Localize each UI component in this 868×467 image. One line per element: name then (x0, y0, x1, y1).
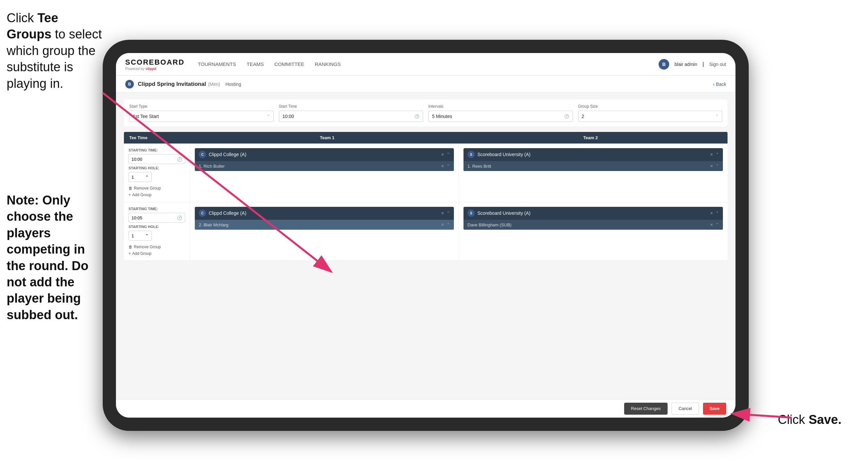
player-name-1-2-1: 2. Blair McHarg (199, 223, 439, 227)
group-size-chevron-icon: ⌃ (715, 114, 719, 119)
save-bold-label: Save. (809, 413, 841, 427)
click-save-label: Click Save. (778, 413, 841, 427)
starting-hole-value-2: 1 (131, 233, 134, 238)
team-card-1-2[interactable]: C Clippd College (A) × ⌃ 2. Blair McHarg… (195, 207, 454, 230)
team-chevron-icon-1-2[interactable]: ⌃ (446, 211, 450, 215)
group-size-label: Group Size (578, 104, 722, 109)
chevron-down-icon: ⌃ (267, 114, 270, 119)
player-chevron-icon-1-1-1[interactable]: ⌃ (446, 164, 450, 168)
start-time-input[interactable]: 10:00 🕐 (279, 111, 424, 122)
start-type-input[interactable]: 1st Tee Start ⌃ (129, 111, 274, 122)
team-card-actions-1-2: × ⌃ (441, 210, 450, 216)
add-group-btn-2[interactable]: + Add Group (128, 251, 185, 256)
starting-hole-input-2[interactable]: 1 ⌃ (128, 231, 152, 241)
team-close-icon-1-1[interactable]: × (441, 152, 444, 157)
player-close-icon-1-2-1[interactable]: × (441, 222, 444, 227)
team-icon-1-2: C (199, 209, 206, 217)
setting-start-type: Start Type 1st Tee Start ⌃ (129, 104, 274, 122)
starting-time-input-1[interactable]: 10:00 🕐 (128, 154, 185, 164)
player-row-1-2-1: 2. Blair McHarg × ⌃ (195, 220, 454, 230)
cancel-button[interactable]: Cancel (672, 403, 699, 415)
sub-header-title: Clippd Spring Invitational (138, 81, 206, 88)
sub-header: B Clippd Spring Invitational (Men) Hosti… (116, 76, 736, 93)
team-chevron-icon-1-1[interactable]: ⌃ (446, 152, 450, 157)
player-chevron-icon-1-2-1[interactable]: ⌃ (446, 223, 450, 227)
player-name-2-2-1: Dave Billingham (SUB) (467, 223, 708, 227)
player-chevron-icon-2-1-1[interactable]: ⌃ (716, 164, 719, 168)
logo-powered: Powered by clippd (125, 67, 185, 70)
sub-header-hosting: Hosting (225, 82, 241, 87)
nav-rankings[interactable]: RANKINGS (315, 60, 341, 68)
logo-area: SCOREBOARD Powered by clippd (125, 58, 185, 70)
intervals-label: Intervals (428, 104, 573, 109)
player-row-2-2-1: Dave Billingham (SUB) × ⌃ (464, 220, 723, 230)
nav-teams[interactable]: TEAMS (247, 60, 264, 68)
starting-hole-value-1: 1 (131, 175, 134, 180)
reset-changes-button[interactable]: Reset Changes (624, 403, 668, 415)
settings-row: Start Type 1st Tee Start ⌃ Start Time 10… (124, 99, 727, 126)
remove-group-btn-2[interactable]: 🗑 Remove Group (128, 244, 185, 249)
tablet-screen: SCOREBOARD Powered by clippd TOURNAMENTS… (116, 53, 736, 418)
add-group-btn-1[interactable]: + Add Group (128, 193, 185, 197)
team-close-icon-1-2[interactable]: × (441, 210, 444, 216)
starting-hole-label-1: STARTING HOLE: (128, 166, 185, 170)
th-tee-time: Tee Time (129, 135, 195, 140)
nav-committee[interactable]: COMMITTEE (274, 60, 304, 68)
starting-time-label-1: STARTING TIME: (128, 148, 185, 152)
player-chevron-icon-2-2-1[interactable]: ⌃ (716, 223, 719, 227)
save-button[interactable]: Save (703, 403, 726, 415)
starting-time-input-2[interactable]: 10:05 🕐 (128, 213, 185, 223)
player-actions-2-1-1: × ⌃ (710, 164, 719, 169)
setting-group-size: Group Size 2 ⌃ (578, 104, 722, 122)
note-label: Note: Only choose the players competing … (7, 193, 89, 322)
intervals-input[interactable]: 5 Minutes 🕐 (428, 111, 573, 122)
sub-header-back[interactable]: ‹ Back (713, 82, 726, 87)
table-header: Tee Time Team 1 Team 2 (124, 132, 727, 144)
team-card-actions-2-1: × ⌃ (710, 152, 719, 157)
hole-chevron-icon-2: ⌃ (145, 233, 149, 238)
intervals-value: 5 Minutes (432, 114, 452, 119)
player-actions-2-2-1: × ⌃ (710, 222, 719, 227)
team-card-actions-1-1: × ⌃ (441, 152, 450, 157)
team-chevron-icon-2-2[interactable]: ⌃ (716, 211, 719, 215)
team-card-2-2[interactable]: S Scoreboard University (A) × ⌃ Dave Bil… (464, 207, 723, 230)
team-close-icon-2-2[interactable]: × (710, 210, 713, 216)
setting-intervals: Intervals 5 Minutes 🕐 (428, 104, 573, 122)
time-clock-icon-2: 🕐 (177, 215, 182, 221)
team-name-2-1: Scoreboard University (A) (477, 152, 708, 157)
tee-team1-group2: C Clippd College (A) × ⌃ 2. Blair McHarg… (190, 202, 459, 261)
setting-start-time: Start Time 10:00 🕐 (279, 104, 424, 122)
player-close-icon-2-2-1[interactable]: × (710, 222, 713, 227)
th-team1: Team 1 (195, 135, 459, 140)
team-name-1-2: Clippd College (A) (209, 210, 439, 216)
tee-team2-group1: S Scoreboard University (A) × ⌃ 1. Rees … (459, 144, 727, 202)
plus-icon-2: + (128, 251, 131, 256)
start-type-label: Start Type (129, 104, 274, 109)
player-close-icon-2-1-1[interactable]: × (710, 164, 713, 169)
team-chevron-icon-2-1[interactable]: ⌃ (716, 152, 719, 157)
sub-header-men: (Men) (208, 82, 220, 87)
remove-group-btn-1[interactable]: 🗑 Remove Group (128, 186, 185, 191)
nav-links: TOURNAMENTS TEAMS COMMITTEE RANKINGS (198, 60, 659, 68)
navbar: SCOREBOARD Powered by clippd TOURNAMENTS… (116, 53, 736, 76)
main-content: Start Type 1st Tee Start ⌃ Start Time 10… (116, 93, 736, 399)
team-icon-2-2: S (467, 209, 475, 217)
group-size-input[interactable]: 2 ⌃ (578, 111, 722, 122)
player-actions-1-1-1: × ⌃ (441, 164, 450, 169)
plus-icon-1: + (128, 193, 131, 197)
team-card-1-1[interactable]: C Clippd College (A) × ⌃ 1. Rich Butler … (195, 148, 454, 171)
tee-left-1: STARTING TIME: 10:00 🕐 STARTING HOLE: 1 … (124, 144, 190, 202)
clock-icon: 🕐 (414, 114, 420, 119)
team-card-2-1[interactable]: S Scoreboard University (A) × ⌃ 1. Rees … (464, 148, 723, 171)
nav-right: B blair admin | Sign out (659, 59, 726, 69)
team-close-icon-2-1[interactable]: × (710, 152, 713, 157)
starting-hole-input-1[interactable]: 1 ⌃ (128, 172, 152, 182)
nav-signout[interactable]: Sign out (709, 62, 726, 67)
nav-tournaments[interactable]: TOURNAMENTS (198, 60, 236, 68)
starting-time-value-1: 10:00 (131, 157, 143, 162)
player-actions-1-2-1: × ⌃ (441, 222, 450, 227)
player-close-icon-1-1-1[interactable]: × (441, 164, 444, 169)
tee-group-1: STARTING TIME: 10:00 🕐 STARTING HOLE: 1 … (124, 144, 727, 202)
instruction-main: Click Tee Groups to select which group t… (7, 10, 103, 92)
sub-header-icon: B (125, 80, 134, 88)
